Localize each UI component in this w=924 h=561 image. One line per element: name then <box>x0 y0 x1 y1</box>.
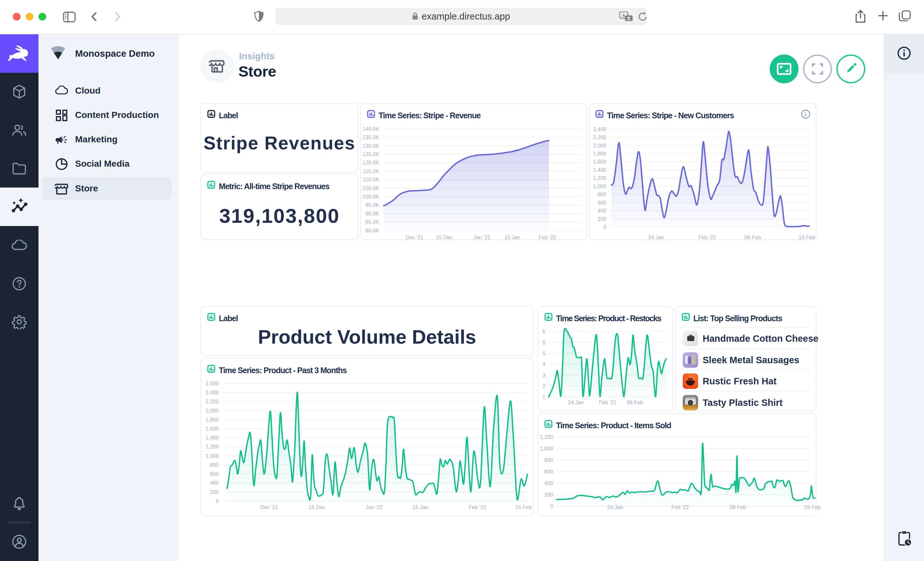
svg-text:文: 文 <box>627 16 631 21</box>
svg-text:A: A <box>622 13 625 18</box>
